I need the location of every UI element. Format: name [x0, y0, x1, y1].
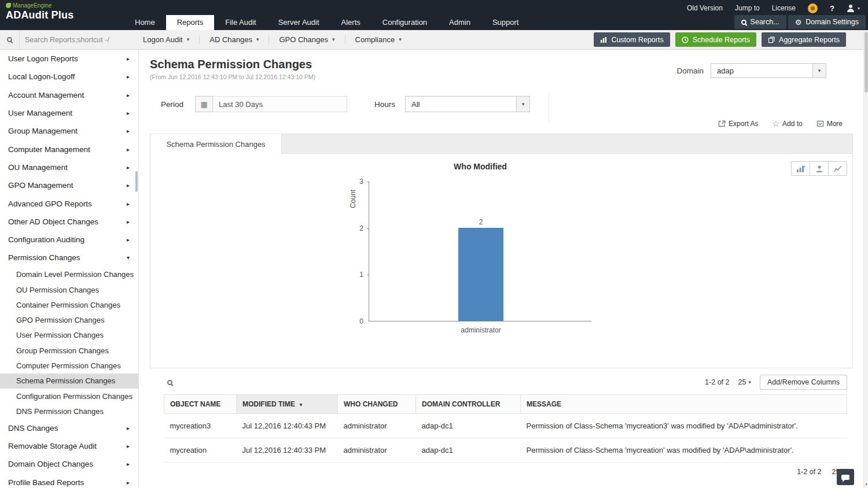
scrollbar-down-arrow[interactable]: ▾: [864, 481, 868, 488]
caret-down-icon: ▾: [187, 37, 190, 42]
export-as-link[interactable]: Export As: [718, 120, 758, 128]
chevron-right-icon: ▸: [127, 92, 130, 98]
schedule-reports-button[interactable]: Schedule Reports: [675, 32, 756, 47]
bar[interactable]: [458, 228, 503, 321]
sidebar-subitem-gpo-permission-changes[interactable]: GPO Permission Changes: [0, 312, 138, 327]
more-link[interactable]: More: [816, 120, 843, 128]
tab-schema-permission-changes[interactable]: Schema Permission Changes: [150, 134, 282, 154]
tab-home[interactable]: Home: [124, 15, 166, 30]
sidebar-item-advanced-gpo-reports[interactable]: Advanced GPO Reports▸: [0, 194, 138, 212]
sidebar-subitem-schema-permission-changes[interactable]: Schema Permission Changes: [0, 374, 138, 389]
jump-to-link[interactable]: Jump to: [735, 4, 760, 12]
y-tick-label: 0: [359, 317, 363, 326]
domain-select[interactable]: adap ▾: [711, 63, 826, 78]
hours-select[interactable]: All ▾: [405, 96, 530, 112]
sidebar-subitem-user-permission-changes[interactable]: User Permission Changes: [0, 328, 138, 343]
reports-sidebar: User Logon Reports▸ Local Logon-Logoff▸ …: [0, 50, 139, 488]
scrollbar-thumb[interactable]: [865, 32, 868, 93]
page-size-select[interactable]: 25 ▾: [738, 378, 751, 386]
chevron-right-icon: ▸: [127, 219, 130, 225]
domain-settings-button[interactable]: ⚙ Domain Settings: [788, 15, 866, 29]
search-button[interactable]: Search...: [734, 15, 786, 29]
table-row[interactable]: mycreation3 Jul 12,2016 12:40:43 PM admi…: [164, 414, 847, 438]
sort-desc-icon: ▾: [300, 402, 303, 408]
menu-compliance[interactable]: Compliance ▾: [345, 30, 411, 49]
sidebar-item-configuration-auditing[interactable]: Configuration Auditing▸: [0, 231, 138, 249]
table-search-icon[interactable]: [167, 380, 172, 385]
sidebar-item-account-management[interactable]: Account Management▸: [0, 86, 138, 104]
menu-gpo-changes[interactable]: GPO Changes ▾: [269, 30, 344, 49]
calendar-button[interactable]: ▦: [195, 96, 213, 112]
chevron-right-icon: ▸: [127, 425, 130, 431]
menu-ad-changes[interactable]: AD Changes ▾: [200, 30, 269, 49]
sidebar-subitem-group-permission-changes[interactable]: Group Permission Changes: [0, 343, 138, 358]
column-header-message[interactable]: MESSAGE: [521, 395, 847, 414]
feedback-chat-button[interactable]: [837, 469, 854, 485]
add-to-link[interactable]: ☆ Add to: [772, 120, 802, 128]
sidebar-subitem-ou-permission-changes[interactable]: OU Permission Changes: [0, 282, 138, 297]
sidebar-item-label: OU Management: [8, 163, 68, 172]
old-version-link[interactable]: Old Version: [687, 4, 723, 12]
column-header-object-name[interactable]: OBJECT NAME: [164, 395, 237, 414]
sidebar-subitem-configuration-permission-changes[interactable]: Configuration Permission Changes: [0, 389, 138, 404]
table-row[interactable]: mycreation Jul 12,2016 12:40:33 PM admin…: [164, 438, 847, 463]
sidebar-item-computer-management[interactable]: Computer Management▸: [0, 140, 138, 158]
sidebar-item-removable-storage-audit[interactable]: Removable Storage Audit▸: [0, 437, 138, 455]
tab-reports[interactable]: Reports: [166, 15, 215, 30]
cell-modified-time: Jul 12,2016 12:40:33 PM: [237, 438, 338, 463]
results-table: OBJECT NAME MODIFIED TIME▾ WHO CHANGED D…: [164, 394, 847, 463]
hours-label: Hours: [374, 100, 395, 109]
column-header-modified-time[interactable]: MODIFIED TIME▾: [237, 395, 338, 414]
user-summary-view-button[interactable]: [810, 161, 829, 176]
line-chart-view-button[interactable]: [828, 161, 847, 176]
user-menu[interactable]: ▾: [847, 5, 860, 12]
sidebar-item-domain-object-changes[interactable]: Domain Object Changes▸: [0, 455, 138, 473]
sidebar-item-ou-management[interactable]: OU Management▸: [0, 158, 138, 176]
sidebar-subitem-dns-permission-changes[interactable]: DNS Permission Changes: [0, 404, 138, 419]
sidebar-item-user-logon-reports[interactable]: User Logon Reports▸: [0, 50, 138, 68]
tab-admin[interactable]: Admin: [438, 15, 481, 30]
add-remove-columns-button[interactable]: Add/Remove Columns: [760, 375, 847, 390]
aggregate-reports-button[interactable]: Aggregate Reports: [762, 32, 846, 47]
sidebar-subitem-container-permission-changes[interactable]: Container Permission Changes: [0, 297, 138, 312]
column-header-who-changed[interactable]: WHO CHANGED: [338, 395, 416, 414]
cell-message: Permission of Class-Schema 'mycreation3'…: [521, 414, 847, 438]
license-link[interactable]: License: [772, 4, 796, 12]
sidebar-subitem-domain-level-permission-changes[interactable]: Domain Level Permission Changes: [0, 267, 138, 282]
search-button-label: Search...: [751, 18, 779, 26]
sidebar-item-group-management[interactable]: Group Management▸: [0, 122, 138, 140]
bar-chart-view-button[interactable]: [791, 161, 810, 176]
custom-reports-button[interactable]: Custom Reports: [594, 32, 670, 47]
period-input[interactable]: [213, 96, 347, 112]
column-header-label: WHO CHANGED: [344, 400, 398, 408]
brand-logo[interactable]: ManageEngine ADAudit Plus: [6, 2, 73, 21]
column-header-domain-controller[interactable]: DOMAIN CONTROLLER: [416, 395, 521, 414]
hours-value: All: [411, 100, 420, 109]
sidebar-item-user-management[interactable]: User Management▸: [0, 104, 138, 122]
tab-file-audit[interactable]: File Audit: [214, 15, 267, 30]
report-search-input[interactable]: [20, 30, 133, 49]
vertical-scrollbar[interactable]: ▾: [863, 30, 868, 488]
column-header-label: DOMAIN CONTROLLER: [422, 400, 500, 408]
sidebar-item-profile-based-reports[interactable]: Profile Based Reports▸: [0, 473, 138, 488]
export-as-label: Export As: [729, 120, 758, 128]
support-icon[interactable]: [808, 3, 818, 13]
tab-support[interactable]: Support: [481, 15, 530, 30]
tab-configuration[interactable]: Configuration: [372, 15, 438, 30]
help-icon[interactable]: ?: [830, 4, 834, 13]
reports-toolbar: Logon Audit ▾ AD Changes ▾ GPO Changes ▾…: [0, 30, 868, 50]
sidebar-item-dns-changes[interactable]: DNS Changes▸: [0, 419, 138, 437]
line-chart-icon: [833, 165, 843, 173]
tab-server-audit[interactable]: Server Audit: [267, 15, 330, 30]
sidebar-item-permission-changes[interactable]: Permission Changes▾: [0, 249, 138, 267]
sidebar-item-local-logon-logoff[interactable]: Local Logon-Logoff▸: [0, 68, 138, 86]
sidebar-subitem-computer-permission-changes[interactable]: Computer Permission Changes: [0, 358, 138, 373]
sidebar-item-other-ad-object-changes[interactable]: Other AD Object Changes▸: [0, 213, 138, 231]
clock-icon: [682, 36, 689, 43]
search-icon: [7, 37, 12, 42]
sidebar-scrollbar-thumb[interactable]: [135, 171, 138, 192]
sidebar-item-gpo-management[interactable]: GPO Management▸: [0, 176, 138, 194]
report-search-box[interactable]: [0, 30, 20, 49]
menu-logon-audit[interactable]: Logon Audit ▾: [133, 30, 199, 49]
tab-alerts[interactable]: Alerts: [330, 15, 372, 30]
